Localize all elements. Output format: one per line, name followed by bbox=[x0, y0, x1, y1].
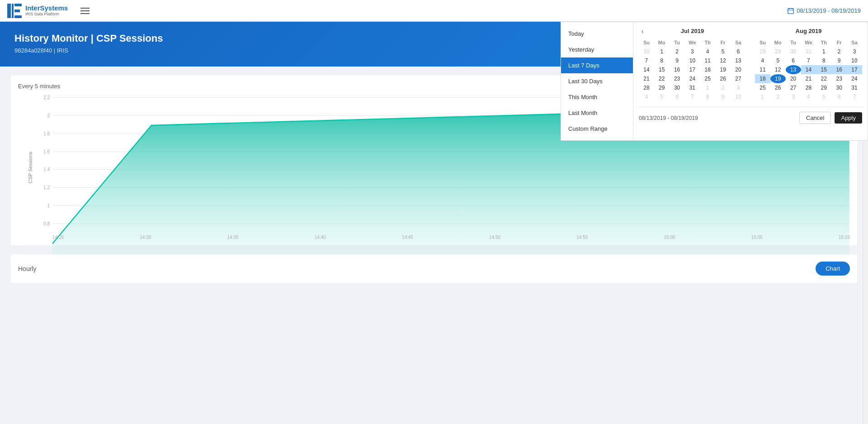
cal-day[interactable]: 10 bbox=[731, 92, 746, 101]
cal-day[interactable]: 2 bbox=[670, 47, 685, 56]
cal-day[interactable]: 6 bbox=[731, 47, 746, 56]
cal-day[interactable]: 2 bbox=[831, 47, 847, 56]
cal-day[interactable]: 3 bbox=[731, 83, 746, 92]
cal-day[interactable]: 19 bbox=[715, 65, 731, 74]
cal-day[interactable]: 6 bbox=[786, 56, 801, 65]
cal-day[interactable]: 15 bbox=[654, 65, 670, 74]
cal-day[interactable]: 7 bbox=[801, 56, 816, 65]
cal-day[interactable]: 27 bbox=[731, 74, 746, 83]
cal-day[interactable]: 28 bbox=[801, 83, 816, 92]
apply-button[interactable]: Apply bbox=[835, 112, 862, 124]
cal-day[interactable]: 15 bbox=[816, 65, 831, 74]
cal-day[interactable]: 2 bbox=[715, 83, 731, 92]
cal-day[interactable]: 29 bbox=[816, 83, 831, 92]
cal-day[interactable]: 5 bbox=[654, 92, 670, 101]
datepicker-option[interactable]: This Month bbox=[561, 89, 633, 105]
cal-day[interactable]: 28 bbox=[639, 83, 654, 92]
cal-day[interactable]: 5 bbox=[770, 56, 786, 65]
cal-day[interactable]: 25 bbox=[700, 74, 715, 83]
cal-day[interactable]: 16 bbox=[831, 65, 847, 74]
cal-day[interactable]: 5 bbox=[715, 47, 731, 56]
cal-day[interactable]: 21 bbox=[639, 74, 654, 83]
cal-day[interactable]: 31 bbox=[685, 83, 700, 92]
cal-day[interactable]: 9 bbox=[715, 92, 731, 101]
cal-day[interactable]: 2 bbox=[770, 92, 786, 101]
datepicker-calendars: ‹ Jul 2019 SuMoTuWeThFrSa 30123456789101… bbox=[633, 22, 868, 141]
cal-day[interactable]: 3 bbox=[786, 92, 801, 101]
datepicker-option[interactable]: Custom Range bbox=[561, 121, 633, 137]
cal-day[interactable]: 18 bbox=[700, 65, 715, 74]
hamburger-menu[interactable] bbox=[79, 6, 91, 16]
date-range-button[interactable]: 08/13/2019 - 08/19/2019 bbox=[788, 7, 861, 14]
cal-day[interactable]: 9 bbox=[670, 56, 685, 65]
cal-day[interactable]: 24 bbox=[847, 74, 862, 83]
cal-day[interactable]: 11 bbox=[755, 65, 770, 74]
prev-month-button[interactable]: ‹ bbox=[639, 27, 646, 36]
datepicker-option[interactable]: Last Month bbox=[561, 105, 633, 121]
cal-day[interactable]: 8 bbox=[816, 56, 831, 65]
cal-day[interactable]: 11 bbox=[700, 56, 715, 65]
cal-day[interactable]: 3 bbox=[847, 47, 862, 56]
cal-day[interactable]: 3 bbox=[685, 47, 700, 56]
cal-day[interactable]: 12 bbox=[770, 65, 786, 74]
cal-day[interactable]: 30 bbox=[670, 83, 685, 92]
cal-day[interactable]: 14 bbox=[639, 65, 654, 74]
cal-day[interactable]: 13 bbox=[786, 65, 801, 74]
cal-day[interactable]: 17 bbox=[685, 65, 700, 74]
cal-day[interactable]: 20 bbox=[731, 65, 746, 74]
cal-day[interactable]: 7 bbox=[685, 92, 700, 101]
cal-day[interactable]: 4 bbox=[801, 92, 816, 101]
cal-day[interactable]: 4 bbox=[700, 47, 715, 56]
cal-day[interactable]: 18 bbox=[755, 74, 770, 83]
datepicker-option[interactable]: Last 30 Days bbox=[561, 73, 633, 89]
cal-day[interactable]: 24 bbox=[685, 74, 700, 83]
cal-day[interactable]: 28 bbox=[755, 47, 770, 56]
chart-button[interactable]: Chart bbox=[816, 262, 850, 276]
cal-day[interactable]: 1 bbox=[755, 92, 770, 101]
cal-day[interactable]: 20 bbox=[786, 74, 801, 83]
cal-day[interactable]: 31 bbox=[847, 83, 862, 92]
cal-day[interactable]: 4 bbox=[639, 92, 654, 101]
cal-day[interactable]: 1 bbox=[654, 47, 670, 56]
cal-day[interactable]: 30 bbox=[786, 47, 801, 56]
cal-day[interactable]: 22 bbox=[816, 74, 831, 83]
cal-day[interactable]: 14 bbox=[801, 65, 816, 74]
cal-day[interactable]: 23 bbox=[831, 74, 847, 83]
cal-day[interactable]: 8 bbox=[654, 56, 670, 65]
cal-day[interactable]: 23 bbox=[670, 74, 685, 83]
cal-day[interactable]: 4 bbox=[755, 56, 770, 65]
cal-day[interactable]: 21 bbox=[801, 74, 816, 83]
cal-day[interactable]: 12 bbox=[715, 56, 731, 65]
cal-day[interactable]: 29 bbox=[770, 47, 786, 56]
cal-day[interactable]: 13 bbox=[731, 56, 746, 65]
cancel-button[interactable]: Cancel bbox=[799, 112, 831, 124]
cal-day-header: We bbox=[801, 38, 816, 47]
cal-day[interactable]: 8 bbox=[700, 92, 715, 101]
cal-day[interactable]: 31 bbox=[801, 47, 816, 56]
cal-day[interactable]: 7 bbox=[639, 56, 654, 65]
cal-day[interactable]: 30 bbox=[639, 47, 654, 56]
cal-day[interactable]: 30 bbox=[831, 83, 847, 92]
cal-day[interactable]: 6 bbox=[670, 92, 685, 101]
cal-day[interactable]: 26 bbox=[715, 74, 731, 83]
cal-day[interactable]: 27 bbox=[786, 83, 801, 92]
datepicker-option[interactable]: Today bbox=[561, 26, 633, 42]
header-right: 08/13/2019 - 08/19/2019 bbox=[788, 7, 861, 14]
cal-day[interactable]: 10 bbox=[685, 56, 700, 65]
cal-day[interactable]: 26 bbox=[770, 83, 786, 92]
cal-day[interactable]: 16 bbox=[670, 65, 685, 74]
cal-day[interactable]: 17 bbox=[847, 65, 862, 74]
cal-day[interactable]: 5 bbox=[816, 92, 831, 101]
cal-day[interactable]: 9 bbox=[831, 56, 847, 65]
datepicker-option[interactable]: Last 7 Days bbox=[561, 57, 633, 73]
cal-day[interactable]: 7 bbox=[847, 92, 862, 101]
cal-day[interactable]: 22 bbox=[654, 74, 670, 83]
cal-day[interactable]: 1 bbox=[816, 47, 831, 56]
cal-day[interactable]: 29 bbox=[654, 83, 670, 92]
cal-day[interactable]: 1 bbox=[700, 83, 715, 92]
cal-day[interactable]: 6 bbox=[831, 92, 847, 101]
cal-day[interactable]: 19 bbox=[770, 74, 786, 83]
cal-day[interactable]: 25 bbox=[755, 83, 770, 92]
cal-day[interactable]: 10 bbox=[847, 56, 862, 65]
datepicker-option[interactable]: Yesterday bbox=[561, 42, 633, 57]
